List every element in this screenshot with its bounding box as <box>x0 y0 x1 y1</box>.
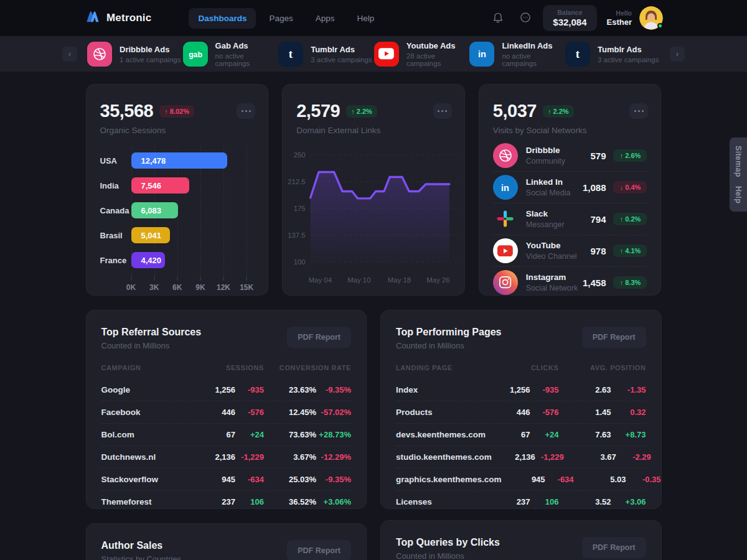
row-name: Google <box>101 385 192 394</box>
row-value-1: 945 <box>192 475 235 484</box>
pdf-report-button[interactable]: PDF Report <box>287 327 351 348</box>
bar-india[interactable]: 7,546 <box>131 177 189 194</box>
channels-strip: ‹ Dribbble Ads 1 active campaings gab Ga… <box>0 36 747 72</box>
messages-button[interactable] <box>515 8 535 28</box>
youtube-icon <box>374 42 399 67</box>
row-delta-1: +24 <box>235 430 264 439</box>
row-value-1: 1,256 <box>192 385 235 394</box>
channel-item[interactable]: Dribbble Ads 1 active campaings <box>87 41 182 67</box>
card-subtitle: Counted in Millions <box>396 551 500 560</box>
table-row[interactable]: Index 1,256 -935 2.63 -1.35 <box>396 379 646 401</box>
bar-row-france: France 4,420 <box>100 252 255 268</box>
card-menu-button[interactable] <box>629 103 648 119</box>
linkedin-icon: in <box>469 42 494 67</box>
row-delta-1: -634 <box>235 475 264 484</box>
row-name: Stackoverflow <box>101 475 192 484</box>
tumblr-icon: t <box>565 42 590 67</box>
metronic-logo-icon <box>84 9 101 28</box>
table-row[interactable]: Licenses 237 106 3.52 +3.06 <box>396 491 646 509</box>
scroll-left-button[interactable]: ‹ <box>62 47 77 62</box>
channel-item[interactable]: t Tumblr Ads 3 active campaings <box>565 41 660 67</box>
social-network-row[interactable]: YouTube Video Channel 978 ↑ 4.1% <box>493 235 647 267</box>
pdf-report-button[interactable]: PDF Report <box>287 540 351 560</box>
row-name: Facebook <box>101 408 192 417</box>
author-sales-card: Author Sales Statistics by Countries PDF… <box>86 523 367 560</box>
bar-usa[interactable]: 12,478 <box>131 152 227 169</box>
channel-status: 3 active campaings <box>598 56 659 63</box>
svg-text:in: in <box>501 182 509 192</box>
linkedin-icon: in <box>493 175 518 200</box>
social-name: Instagram <box>526 273 583 282</box>
channel-name: Gab Ads <box>215 41 278 50</box>
table-row[interactable]: studio.keenthemes.com 2,136 -1,229 3.67 … <box>396 446 646 469</box>
pdf-report-button[interactable]: PDF Report <box>582 537 646 558</box>
social-network-row[interactable]: Dribbble Community 579 ↑ 2.6% <box>493 140 647 172</box>
table-row[interactable]: Bol.com 67 +24 73.63% +28.73% <box>101 424 352 446</box>
svg-text:in: in <box>478 49 486 59</box>
row-value-2: 36.52% <box>264 497 316 506</box>
channel-item[interactable]: t Tumblr Ads 3 active campaings <box>278 41 373 67</box>
domain-links-card: 2,579 ↑ 2.2% Domain External Links 250 2… <box>282 84 465 296</box>
chat-icon <box>519 11 532 26</box>
gab-icon: gab <box>183 42 208 67</box>
channel-status: 28 active campaings <box>406 52 469 67</box>
social-detail: Messanger <box>526 220 591 229</box>
table-row[interactable]: devs.keenthemes.com 67 +24 7.63 +8.73 <box>396 424 646 446</box>
row-value-1: 2,136 <box>492 452 535 462</box>
dribbble-icon <box>87 42 112 67</box>
balance-chip[interactable]: Balance $32,084 <box>543 5 596 31</box>
card-subtitle: Statistics by Countries <box>101 554 182 560</box>
channel-item[interactable]: in LinkedIn Ads no active campaings <box>469 41 564 67</box>
nav-item-help[interactable]: Help <box>348 8 384 29</box>
top-performing-pages-card: Top Performing Pages Counted in Millions… <box>380 310 662 509</box>
nav-item-pages[interactable]: Pages <box>260 8 302 29</box>
channel-item[interactable]: Youtube Ads 28 active campaings <box>374 41 469 67</box>
row-delta-2: -9.35% <box>316 385 351 394</box>
organic-sessions-change-badge: ↑ 8.02% <box>159 105 194 118</box>
channel-item[interactable]: gab Gab Ads no active campaings <box>183 41 278 67</box>
social-name: YouTube <box>526 241 591 250</box>
row-delta-1: -935 <box>235 385 264 394</box>
scroll-right-button[interactable]: › <box>670 47 685 62</box>
row-delta-2: -0.35 <box>626 475 661 484</box>
card-menu-button[interactable] <box>433 103 452 119</box>
svg-text:May 04: May 04 <box>309 276 332 284</box>
bar-france[interactable]: 4,420 <box>131 252 166 268</box>
card-menu-button[interactable] <box>237 103 255 119</box>
channel-name: Tumblr Ads <box>598 45 659 54</box>
table-row[interactable]: graphics.keenthemes.com 945 -634 5.03 -0… <box>396 469 646 491</box>
social-network-row[interactable]: in Linked In Social Media 1,088 ↓ 0.4% <box>493 172 647 203</box>
row-name: devs.keenthemes.com <box>396 430 487 439</box>
svg-text:137.5: 137.5 <box>288 231 306 239</box>
row-value-2: 7.63 <box>559 430 611 439</box>
svg-text:100: 100 <box>294 258 306 266</box>
row-name: Index <box>396 385 487 394</box>
row-value-2: 1.45 <box>559 408 611 417</box>
card-subtitle: Counted in Millions <box>396 341 502 350</box>
table-row[interactable]: Google 1,256 -935 23.63% -9.35% <box>101 379 352 401</box>
notifications-button[interactable] <box>488 8 508 28</box>
help-side-tab[interactable]: Help <box>730 178 747 212</box>
brand-logo[interactable]: Metronic <box>84 9 151 28</box>
bell-icon <box>492 11 504 26</box>
nav-item-dashboards[interactable]: Dashboards <box>189 8 256 29</box>
bar-brasil[interactable]: 5,041 <box>131 227 170 243</box>
pdf-report-button[interactable]: PDF Report <box>582 327 646 348</box>
channel-name: LinkedIn Ads <box>502 41 564 50</box>
table-row[interactable]: Stackoverflow 945 -634 25.03% -9.35% <box>101 469 352 491</box>
bar-canada[interactable]: 6,083 <box>131 202 178 218</box>
table-row[interactable]: Facebook 446 -576 12.45% -57.02% <box>101 401 352 424</box>
table-row[interactable]: Themeforest 237 106 36.52% +3.06% <box>101 491 352 509</box>
social-detail: Community <box>526 157 591 166</box>
row-name: studio.keenthemes.com <box>396 452 492 462</box>
row-delta-1: -576 <box>235 408 264 417</box>
table-row[interactable]: Products 446 -576 1.45 0.32 <box>396 401 646 424</box>
bar-axis-ticks <box>131 277 247 281</box>
social-network-row[interactable]: Slack Messanger 794 ↑ 0.2% <box>493 203 647 235</box>
user-avatar[interactable] <box>639 6 663 30</box>
social-visits-change-badge: ↑ 2.2% <box>543 105 574 118</box>
nav-item-apps[interactable]: Apps <box>306 8 344 29</box>
table-row[interactable]: Dutchnews.nl 2,136 -1,229 3.67% -12.29% <box>101 446 352 469</box>
social-network-row[interactable]: Instagram Social Network 1,458 ↑ 8.3% <box>493 267 647 296</box>
row-delta-2: -1.35 <box>611 385 646 394</box>
